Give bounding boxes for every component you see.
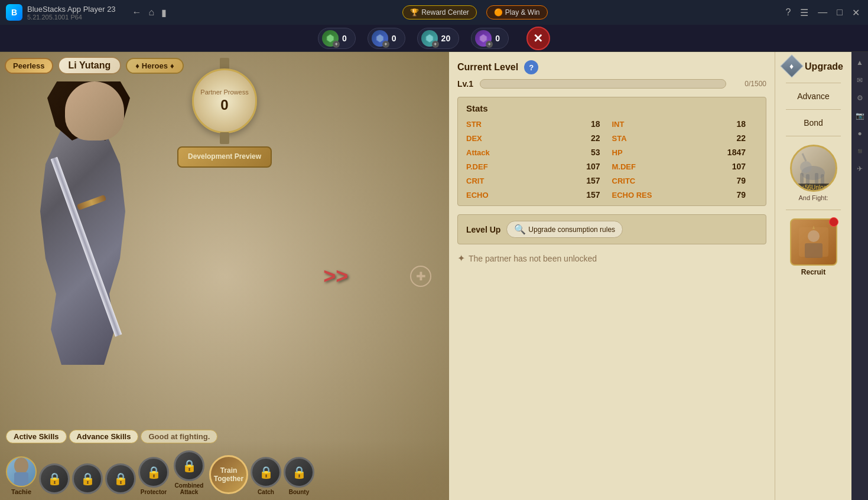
stat-value-mdef: 107 [732,162,746,171]
skill-slot-3[interactable]: 🔒 [105,463,136,495]
train-together-circle[interactable]: TrainTogether [209,455,248,494]
recruit-art-icon [796,224,831,260]
back-icon[interactable]: ← [132,7,142,18]
protector-label: Protector [141,489,167,495]
skill-slot-2[interactable]: 🔒 [72,463,103,495]
horse-icon [794,152,833,185]
resource-icon-purple [475,30,492,47]
combined-attack-lock[interactable]: 🔒 [174,450,204,481]
resource-item-2[interactable]: 20 [417,28,460,49]
lock-icon-1: 🔒 [47,472,62,486]
upgrade-rules-label: Upgrade consumption rules [528,226,615,234]
bounty-label: Bounty [289,489,309,495]
sidebar-advance[interactable]: Advance [779,91,848,101]
resource-item-0[interactable]: 0 [318,28,356,49]
svg-rect-15 [805,243,823,258]
question-icon[interactable]: ? [783,6,793,19]
sidebar-upgrade[interactable]: ♦ Upgrade [779,58,848,74]
combined-attack-label: Combined Attack [171,482,207,495]
stat-name-hp: HP [612,148,648,157]
prowess-chain-top [220,58,229,70]
level-up-section: Level Up 🔍 Upgrade consumption rules [457,214,766,244]
bounty-lock[interactable]: 🔒 [284,457,314,488]
heroes-button[interactable]: ♦ Heroes ♦ [126,58,183,74]
resource-value-3: 0 [495,34,500,43]
resource-item-1[interactable]: 0 [368,28,405,49]
home-icon[interactable]: ⌂ [149,7,155,18]
catch-lock[interactable]: 🔒 [251,457,281,488]
sidebar-bond[interactable]: Bond [779,118,848,128]
menu-icon[interactable]: ☰ [798,6,811,19]
stat-value-attack: 53 [591,148,600,157]
stat-name-pdef: P.DEF [466,162,502,171]
unlock-card[interactable]: Lv.56Unlock And Fight: [779,145,847,201]
and-fight-label: And Fight: [798,194,828,201]
bs-icon-5[interactable]: ● [854,128,866,139]
lock-icon-3: 🔒 [113,472,128,486]
svg-rect-11 [821,174,824,185]
svg-marker-3 [480,34,487,43]
close-x-button[interactable]: ✕ [526,27,550,50]
stat-value-sta: 22 [736,133,746,143]
prowess-label: Partner Prowess [200,89,248,96]
lock-circle-2[interactable]: 🔒 [72,463,103,494]
app-title: BlueStacks App Player 23 [27,5,116,14]
recruit-label: Recruit [801,268,825,276]
recruit-notification-badge [829,217,838,227]
tachie-item[interactable]: Tachie [6,456,37,495]
stat-row-mdef: M.DEF 107 [612,162,758,171]
stat-row-echo: ECHO 157 [466,190,612,200]
minimize-icon[interactable]: — [815,6,830,19]
stat-name-critc: CRITC [612,177,648,185]
recruit-image [790,218,837,266]
development-preview-btn[interactable]: Development Preview [177,146,272,168]
stat-name-crit: CRIT [466,177,502,185]
bounty-item[interactable]: 🔒 Bounty [284,457,314,495]
lock-circle-3[interactable]: 🔒 [105,463,136,494]
copy-icon[interactable]: ▮ [161,7,167,18]
next-arrow[interactable]: >> [323,264,348,289]
bs-icon-4[interactable]: 📷 [854,110,866,122]
stat-row-attack: Attack 53 [466,148,612,157]
stat-row-echores: ECHO RES 79 [612,190,758,200]
resource-value-0: 0 [342,34,347,43]
resource-icon-blue [372,30,388,47]
bs-icon-2[interactable]: ✉ [854,74,866,86]
sidebar-divider-4 [786,210,841,210]
lock-circle-1[interactable]: 🔒 [39,463,70,494]
stat-value-hp: 1847 [727,148,746,157]
bs-icon-3[interactable]: ⚙ [854,92,866,104]
svg-point-14 [808,230,820,242]
upgrade-rules-btn[interactable]: 🔍 Upgrade consumption rules [506,221,623,238]
resource-bar: 0 0 20 0 ✕ [0,25,868,52]
close-title-icon[interactable]: ✕ [850,6,862,19]
unlock-badge: Lv.56Unlock [792,184,836,191]
protector-lock-icon: 🔒 [147,465,161,479]
reward-center-btn[interactable]: 🏆 Reward Center [402,5,477,19]
lock-icon-2: 🔒 [80,472,95,486]
bs-icon-6[interactable]: ◾ [854,145,866,157]
svg-rect-8 [800,173,804,184]
protector-item[interactable]: 🔒 Protector [138,457,169,495]
protector-lock[interactable]: 🔒 [138,457,169,488]
combined-attack-item[interactable]: 🔒 Combined Attack [171,450,207,495]
bluestacks-logo: B [6,4,22,21]
recruit-card[interactable]: Recruit [779,218,847,276]
train-together-item[interactable]: TrainTogether [209,455,248,495]
resource-item-3[interactable]: 0 [471,28,509,49]
compass-icon[interactable]: ✚ [410,266,431,287]
stat-row-pdef: P.DEF 107 [466,162,612,171]
action-bar: Tachie 🔒 🔒 🔒 [0,441,449,500]
bs-icon-1[interactable]: ▲ [854,57,866,68]
level-help-btn[interactable]: ? [524,60,538,74]
sidebar-divider-3 [786,136,841,136]
prowess-circle-outer: Partner Prowess 0 [192,68,257,133]
play-win-btn[interactable]: 🟠 Play & Win [486,5,548,19]
bs-icon-7[interactable]: ✈ [854,163,866,175]
maximize-icon[interactable]: □ [834,6,845,19]
catch-item[interactable]: 🔒 Catch [251,457,281,495]
tachie-avatar [6,456,37,487]
skill-slot-1[interactable]: 🔒 [39,463,70,495]
search-icon: 🔍 [514,224,526,235]
stat-value-pdef: 107 [586,162,600,171]
